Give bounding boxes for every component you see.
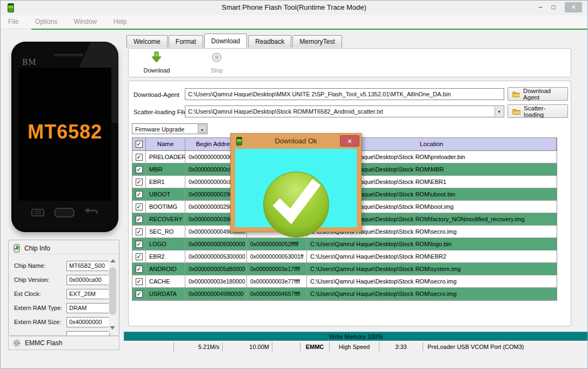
chip-version-value[interactable]: 0x0000ca00 <box>66 275 110 285</box>
status-size: 10.00M <box>223 342 272 351</box>
row-checkbox-cell: ✓ <box>132 263 146 275</box>
phone-home-icon <box>54 207 75 218</box>
row-checkbox[interactable]: ✓ <box>136 266 143 273</box>
minimize-button[interactable]: – <box>534 2 546 12</box>
chip-info-header: Chip Info <box>9 240 119 254</box>
tab-download[interactable]: Download <box>204 34 247 48</box>
scatter-loading-button[interactable]: Scatter-loading <box>507 104 568 118</box>
ext-clock-value[interactable]: EXT_26M <box>66 289 110 299</box>
scroll-thumb[interactable] <box>109 267 116 315</box>
ram-size-value[interactable]: 0x40000000 <box>66 317 110 327</box>
partition-begin-address: 0x0000000005000000 <box>185 238 247 250</box>
dialog-close-button[interactable]: ✕ <box>340 135 359 147</box>
partition-name: RECOVERY <box>146 213 185 225</box>
tab-memorytest[interactable]: MemoryTest <box>292 35 342 48</box>
download-button-label: Download <box>140 67 173 74</box>
partition-row[interactable]: ✓ USRDATA 0x0000000045f80000 0x000000004… <box>132 288 557 300</box>
tab-readback[interactable]: Readback <box>248 35 291 48</box>
dialog-title-bar[interactable]: Download Ok ✕ <box>231 134 361 149</box>
flash-type-label: EMMC Flash <box>25 339 62 347</box>
select-all-checkbox[interactable]: ✓ <box>136 141 143 148</box>
row-checkbox-cell: ✓ <box>132 288 146 300</box>
dialog-body <box>235 149 357 227</box>
status-bar: 5.21M/s 10.00M EMMC High Speed 3:33 PreL… <box>124 341 588 351</box>
menu-help[interactable]: Help <box>106 15 134 25</box>
status-empty-1 <box>124 342 174 351</box>
mode-dropdown-icon[interactable]: ▼ <box>198 124 206 133</box>
partition-row[interactable]: ✓ EBR2 0x0000000005300000 0x000000000530… <box>132 251 557 263</box>
row-checkbox[interactable]: ✓ <box>136 228 143 235</box>
header-name[interactable]: Name <box>146 138 185 150</box>
download-button[interactable]: Download <box>140 51 173 74</box>
menu-options[interactable]: Options <box>28 15 64 25</box>
stop-icon <box>211 51 222 63</box>
row-checkbox[interactable]: ✓ <box>136 278 143 285</box>
app-window: Smart Phone Flash Tool(Runtime Trace Mod… <box>0 0 588 369</box>
row-checkbox-cell: ✓ <box>132 213 146 225</box>
gear-icon <box>13 339 21 347</box>
download-ok-dialog: Download Ok ✕ <box>230 133 362 232</box>
download-agent-button-label: Download Agent <box>523 88 563 101</box>
chip-info-panel: Chip Info Chip Name: MT6582_S00 Chip Ver… <box>8 240 119 336</box>
partition-location: C:\Users\Qamrul Haque\Desktop\Stock ROM\… <box>307 238 557 250</box>
scatter-loading-button-label: Scatter-loading <box>524 105 563 118</box>
ram-size-label: Extern RAM Size: <box>14 319 61 325</box>
scroll-up-icon[interactable] <box>110 259 116 262</box>
row-checkbox[interactable]: ✓ <box>136 179 143 186</box>
scatter-file-value: C:\Users\Qamrul Haque\Desktop\Stock ROM\… <box>188 108 383 115</box>
row-checkbox[interactable]: ✓ <box>136 291 143 298</box>
ram-type-field: Extern RAM Type: DRAM <box>9 303 119 314</box>
tab-welcome[interactable]: Welcome <box>126 35 168 48</box>
row-checkbox[interactable]: ✓ <box>136 203 143 210</box>
chip-info-scrollbar[interactable] <box>109 258 117 332</box>
download-agent-button[interactable]: Download Agent <box>507 87 568 101</box>
close-button[interactable]: ✕ <box>565 2 582 12</box>
row-checkbox[interactable]: ✓ <box>136 154 143 161</box>
partition-name: LOGO <box>146 238 185 250</box>
maximize-button[interactable]: □ <box>547 2 559 12</box>
partition-location: C:\Users\Qamrul Haque\Desktop\Stock ROM\… <box>307 251 557 262</box>
status-speed-mode: High Speed <box>330 342 379 351</box>
scatter-file-combobox[interactable]: C:\Users\Qamrul Haque\Desktop\Stock ROM\… <box>185 106 504 117</box>
ram-size-field: Extern RAM Size: 0x40000000 <box>9 317 119 328</box>
menu-window[interactable]: Window <box>67 15 104 25</box>
partition-row[interactable]: ✓ LOGO 0x0000000005000000 0x00000000052f… <box>132 238 557 251</box>
scatter-dropdown-icon[interactable]: ▼ <box>495 107 503 116</box>
partition-row[interactable]: ✓ CACHE 0x000000003e180000 0x000000003e7… <box>132 275 557 288</box>
scroll-down-icon[interactable] <box>110 326 115 330</box>
partition-location: C:\Users\Qamrul Haque\Desktop\Stock ROM\… <box>307 263 557 275</box>
partition-name: MBR <box>146 163 185 175</box>
partial-field <box>9 331 119 336</box>
stop-button[interactable]: Stop <box>202 51 232 74</box>
status-speed: 5.21M/s <box>174 342 223 351</box>
mode-combobox[interactable]: Firmware Upgrade ▼ <box>132 123 208 134</box>
status-flash-type: EMMC <box>300 342 330 351</box>
header-checkbox-cell: ✓ <box>132 138 146 150</box>
tab-format[interactable]: Format <box>169 35 203 48</box>
row-checkbox[interactable]: ✓ <box>136 216 143 223</box>
row-checkbox[interactable]: ✓ <box>136 166 143 173</box>
phone-brand-label: BM <box>22 58 37 67</box>
download-agent-input[interactable]: C:\Users\Qamrul Haque\Desktop\MMX UNITE … <box>185 88 504 100</box>
folder-icon <box>512 90 520 97</box>
menu-file[interactable]: File <box>1 15 25 25</box>
row-checkbox-cell: ✓ <box>132 201 146 213</box>
partition-end-address: 0x00000000053001ff <box>247 251 307 262</box>
row-checkbox[interactable]: ✓ <box>136 253 143 260</box>
partition-row[interactable]: ✓ ANDROID 0x0000000005d80000 0x000000003… <box>132 263 557 275</box>
partition-end-address: 0x00000000052fffff <box>247 238 307 250</box>
row-checkbox[interactable]: ✓ <box>136 241 143 248</box>
partition-name: EBR2 <box>146 251 185 262</box>
ext-clock-field: Ext Clock: EXT_26M <box>9 289 119 300</box>
partition-name: SEC_RO <box>146 226 185 238</box>
row-checkbox-cell: ✓ <box>132 238 146 250</box>
download-agent-label: Download-Agent <box>133 91 179 98</box>
partition-begin-address: 0x0000000005300000 <box>185 251 247 262</box>
row-checkbox[interactable]: ✓ <box>136 191 143 198</box>
chip-name-value[interactable]: MT6582_S00 <box>66 261 110 271</box>
menu-accent-line <box>31 29 587 30</box>
stop-button-label: Stop <box>202 67 232 74</box>
scatter-file-label: Scatter-loading File <box>133 109 187 115</box>
toolbar-group <box>128 48 571 77</box>
ram-type-value[interactable]: DRAM <box>66 303 110 313</box>
